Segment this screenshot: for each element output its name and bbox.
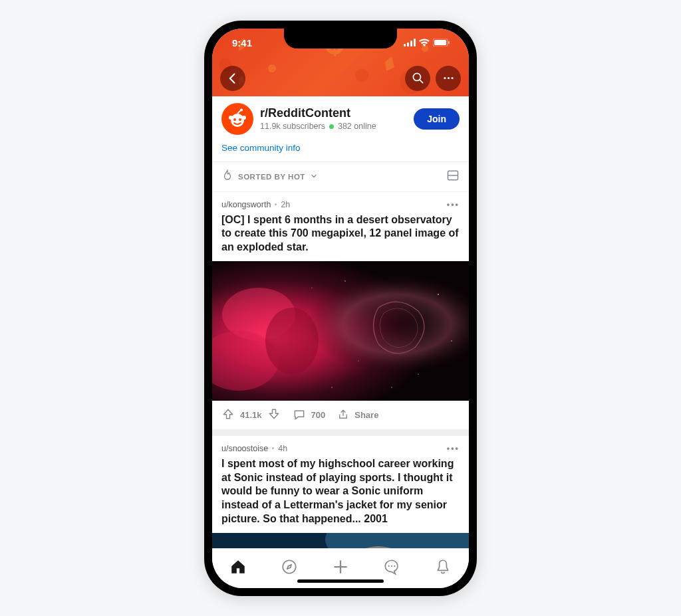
post-age: 2h	[281, 200, 290, 209]
online-dot-icon	[329, 124, 334, 129]
search-button[interactable]	[405, 66, 430, 91]
meta-separator-icon	[275, 203, 277, 205]
post-image[interactable]	[212, 261, 469, 401]
svg-point-33	[344, 280, 346, 282]
post-action-bar: 41.1k 700 Share	[212, 401, 469, 429]
back-button[interactable]	[220, 66, 245, 91]
svg-point-16	[447, 77, 449, 79]
view-mode-toggle[interactable]	[446, 169, 460, 185]
svg-point-44	[283, 560, 296, 573]
nav-chat[interactable]	[378, 554, 405, 580]
signal-icon	[404, 37, 416, 49]
svg-point-42	[325, 533, 469, 548]
svg-point-22	[242, 116, 246, 120]
svg-point-40	[391, 387, 392, 387]
post-title[interactable]: [OC] I spent 6 months in a desert observ…	[212, 209, 469, 261]
post[interactable]: u/snoostoise 4h ••• I spent most of my h…	[212, 436, 469, 548]
sort-label: SORTED BY HOT	[238, 173, 305, 181]
svg-point-48	[391, 565, 392, 567]
svg-point-37	[451, 340, 452, 342]
svg-point-39	[311, 287, 312, 288]
svg-rect-2	[410, 41, 412, 47]
svg-point-15	[444, 77, 446, 79]
chevron-down-icon	[310, 171, 318, 183]
post-title[interactable]: I spent most of my highschool career wor…	[212, 453, 469, 533]
join-button[interactable]: Join	[414, 108, 460, 130]
wifi-icon	[419, 37, 430, 49]
nav-home[interactable]	[225, 554, 251, 580]
downvote-button[interactable]	[267, 407, 281, 423]
post-feed[interactable]: u/kongsworth 2h ••• [OC] I spent 6 month…	[212, 192, 469, 548]
community-avatar[interactable]	[221, 103, 253, 135]
post-author[interactable]: u/snoostoise	[221, 444, 268, 453]
nav-inbox[interactable]	[430, 554, 456, 580]
svg-rect-0	[404, 44, 406, 47]
svg-point-49	[394, 565, 395, 567]
svg-rect-32	[212, 261, 469, 401]
svg-rect-6	[448, 41, 450, 44]
post-image[interactable]	[212, 533, 469, 548]
battery-icon	[433, 37, 450, 49]
svg-point-19	[233, 118, 236, 121]
svg-point-24	[240, 108, 243, 111]
meta-separator-icon	[272, 447, 274, 449]
phone-frame: 9:41	[204, 21, 477, 596]
device-notch	[284, 29, 397, 49]
post-more-button[interactable]: •••	[447, 200, 460, 209]
share-label: Share	[354, 410, 378, 420]
svg-point-21	[229, 116, 233, 120]
nav-create[interactable]	[327, 554, 354, 580]
svg-line-14	[419, 80, 422, 83]
svg-rect-1	[407, 43, 409, 47]
community-header: r/RedditContent 11.9k subscribers 382 on…	[212, 96, 469, 161]
share-button[interactable]: Share	[337, 409, 378, 421]
upvote-button[interactable]	[221, 407, 235, 423]
status-right	[404, 37, 450, 49]
see-community-info-link[interactable]: See community info	[221, 143, 301, 153]
svg-point-34	[438, 294, 439, 295]
svg-rect-3	[414, 39, 416, 47]
post-author[interactable]: u/kongsworth	[221, 200, 271, 209]
svg-point-10	[355, 68, 368, 82]
svg-point-18	[231, 114, 244, 127]
sort-bar: SORTED BY HOT	[212, 161, 469, 192]
sort-selector[interactable]: SORTED BY HOT	[221, 169, 318, 184]
svg-point-47	[388, 565, 390, 567]
community-name[interactable]: r/RedditContent	[260, 106, 376, 120]
post[interactable]: u/kongsworth 2h ••• [OC] I spent 6 month…	[212, 192, 469, 429]
home-indicator[interactable]	[297, 579, 384, 583]
status-time: 9:41	[232, 37, 252, 49]
upvote-count: 41.1k	[240, 410, 262, 420]
nav-discover[interactable]	[276, 554, 303, 580]
svg-rect-5	[434, 40, 446, 45]
svg-point-35	[418, 373, 418, 374]
post-age: 4h	[278, 444, 287, 453]
comments-button[interactable]: 700	[293, 408, 326, 421]
post-more-button[interactable]: •••	[447, 444, 460, 453]
svg-line-23	[237, 110, 241, 114]
svg-point-17	[451, 77, 453, 79]
phone-screen: 9:41	[212, 29, 469, 588]
comment-count: 700	[311, 410, 326, 420]
svg-point-38	[331, 387, 332, 387]
svg-point-7	[268, 64, 276, 72]
flame-icon	[221, 169, 233, 184]
subscriber-count: 11.9k subscribers	[260, 122, 325, 131]
online-count: 382 online	[338, 122, 376, 131]
more-button[interactable]	[436, 66, 461, 91]
svg-point-36	[358, 360, 358, 361]
svg-point-20	[239, 118, 241, 121]
